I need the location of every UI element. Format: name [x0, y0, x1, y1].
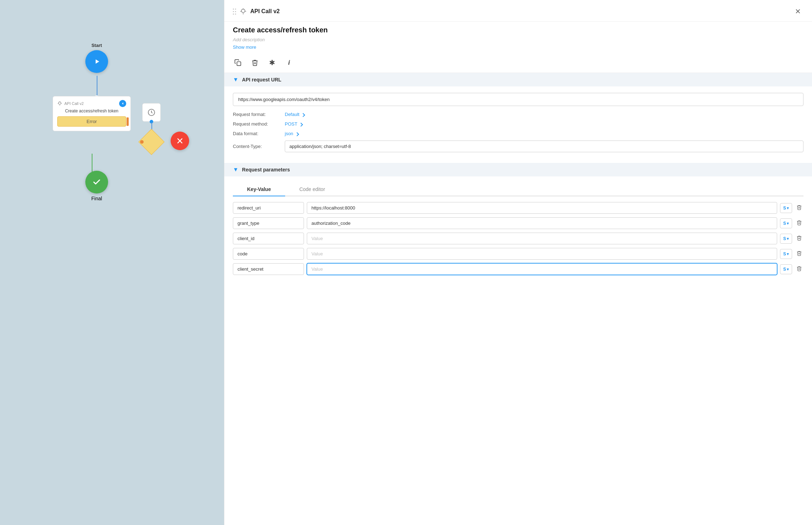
param-value-4[interactable]	[307, 263, 777, 275]
cloud-icon	[240, 8, 247, 15]
param-value-3[interactable]	[307, 248, 777, 260]
api-request-url-body: Request format: Default Request method: …	[224, 86, 812, 163]
tabs-bar: Key-Value Code editor	[233, 183, 803, 196]
api-call-subtitle: Create access/refresh token	[57, 108, 126, 113]
request-format-row: Request format: Default	[233, 112, 803, 117]
panel-header-left: API Call v2	[233, 8, 280, 15]
tab-code-editor[interactable]: Code editor	[285, 183, 339, 196]
param-row-3: S ▾	[233, 248, 803, 260]
final-node[interactable]: Final	[85, 171, 108, 201]
delete-icon[interactable]	[250, 58, 260, 68]
param-s-button-0[interactable]: S ▾	[780, 203, 792, 213]
request-method-row: Request method: POST	[233, 121, 803, 127]
param-row-1: S ▾	[233, 217, 803, 229]
close-button[interactable]: ✕	[792, 6, 803, 17]
final-label: Final	[91, 196, 102, 201]
svg-marker-0	[96, 59, 99, 64]
asterisk-icon[interactable]: ✱	[267, 58, 277, 68]
param-value-0[interactable]	[307, 202, 777, 214]
data-format-dropdown[interactable]: json	[285, 131, 299, 136]
api-back-btn[interactable]	[119, 100, 126, 107]
param-s-button-3[interactable]: S ▾	[780, 249, 792, 259]
toolbar: ✱ i	[224, 54, 812, 73]
api-request-url-section-header[interactable]: ▼ API request URL	[224, 73, 812, 86]
request-method-dropdown[interactable]: POST	[285, 121, 303, 127]
start-label: Start	[91, 43, 102, 48]
data-format-row: Data format: json	[233, 131, 803, 136]
param-row-2: S ▾	[233, 233, 803, 244]
param-delete-button-2[interactable]	[795, 234, 803, 244]
param-s-button-4[interactable]: S ▾	[780, 264, 792, 274]
param-row-0: S ▾	[233, 202, 803, 214]
param-key-4[interactable]	[233, 263, 304, 275]
right-panel: API Call v2 ✕ Create access/refresh toke…	[224, 0, 812, 525]
canvas-area: Start API Call v2 Create access/refresh …	[0, 0, 224, 525]
api-call-title: API Call v2	[64, 101, 84, 106]
content-type-label: Content-Type:	[233, 144, 279, 149]
api-call-node[interactable]: API Call v2 Create access/refresh token …	[53, 96, 131, 131]
panel-description[interactable]: Add description	[224, 34, 812, 44]
request-parameters-section-header[interactable]: ▼ Request parameters	[224, 163, 812, 176]
show-more-link[interactable]: Show more	[224, 44, 812, 54]
clock-node[interactable]	[142, 103, 161, 122]
param-row-4: S ▾	[233, 263, 803, 275]
info-icon[interactable]: i	[284, 58, 294, 68]
param-delete-button-1[interactable]	[795, 218, 803, 228]
panel-main-title: Create access/refresh token	[224, 22, 812, 34]
param-delete-button-4[interactable]	[795, 264, 803, 274]
error-x-node[interactable]	[171, 132, 189, 150]
panel-header: API Call v2 ✕	[224, 0, 812, 22]
diamond-node[interactable]	[142, 133, 161, 151]
param-s-button-2[interactable]: S ▾	[780, 234, 792, 244]
param-key-1[interactable]	[233, 217, 304, 229]
request-parameters-label: Request parameters	[242, 167, 290, 173]
api-call-header: API Call v2	[57, 100, 126, 107]
param-key-0[interactable]	[233, 202, 304, 214]
start-circle[interactable]	[85, 50, 108, 73]
param-rows-container: S ▾S ▾S ▾S ▾S ▾	[233, 202, 803, 275]
content-type-input[interactable]	[285, 140, 803, 152]
request-method-label: Request method:	[233, 121, 279, 127]
data-format-label: Data format:	[233, 131, 279, 136]
diamond-left-dot	[140, 140, 144, 144]
svg-rect-5	[237, 62, 241, 66]
request-format-label: Request format:	[233, 112, 279, 117]
param-delete-button-3[interactable]	[795, 249, 803, 259]
param-value-2[interactable]	[307, 233, 777, 244]
param-key-3[interactable]	[233, 248, 304, 260]
tab-key-value[interactable]: Key-Value	[233, 183, 285, 196]
panel-title: API Call v2	[250, 8, 280, 15]
error-bar: Error	[57, 116, 126, 127]
chevron-down-icon	[301, 113, 305, 117]
api-request-url-label: API request URL	[242, 77, 281, 83]
request-parameters-body: Key-Value Code editor S ▾S ▾S ▾S ▾S ▾	[224, 176, 812, 285]
request-format-dropdown[interactable]: Default	[285, 112, 305, 117]
final-circle[interactable]	[85, 171, 108, 193]
svg-marker-1	[122, 102, 123, 105]
chevron-down-icon	[295, 132, 299, 136]
start-node[interactable]: Start	[85, 43, 108, 73]
content-type-row: Content-Type:	[233, 140, 803, 152]
drag-handle[interactable]	[233, 9, 236, 15]
param-delete-button-0[interactable]	[795, 203, 803, 213]
url-input[interactable]	[233, 93, 803, 106]
chevron-down-icon	[299, 122, 303, 126]
param-s-button-1[interactable]: S ▾	[780, 218, 792, 228]
param-key-2[interactable]	[233, 233, 304, 244]
param-value-1[interactable]	[307, 217, 777, 229]
copy-icon[interactable]	[233, 58, 243, 68]
